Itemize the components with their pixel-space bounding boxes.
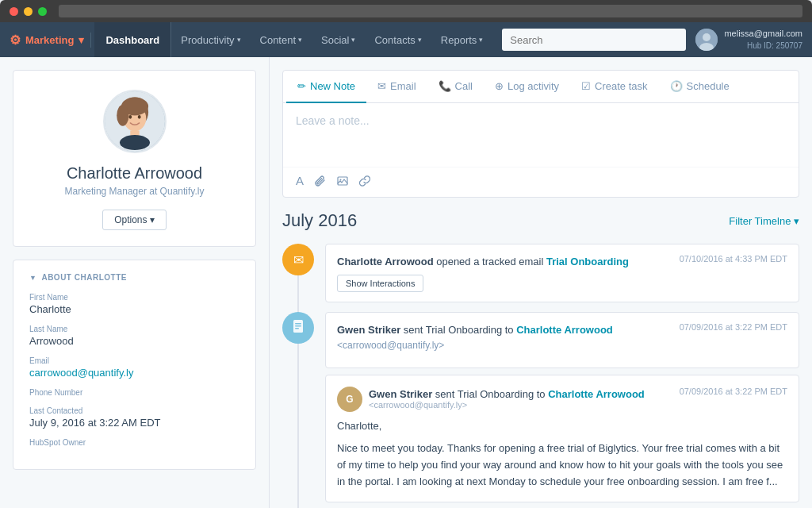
- field-last-name: Last Name Arrowood: [29, 325, 239, 347]
- svg-rect-17: [295, 328, 299, 329]
- content-caret: ▾: [298, 36, 302, 44]
- sender-name-line: Gwen Striker sent Trial Onboarding to Ch…: [369, 388, 645, 400]
- timeline-timestamp-1: 07/10/2016 at 4:33 PM EDT: [680, 254, 787, 264]
- options-button[interactable]: Options ▾: [102, 210, 167, 230]
- minimize-btn[interactable]: [24, 7, 33, 16]
- email-icon: ✉: [377, 80, 386, 92]
- timeline-entry-text-1: Charlotte Arrowood opened a tracked emai…: [337, 254, 629, 270]
- contacts-caret: ▾: [418, 36, 422, 44]
- timeline-action-2: sent Trial Onboarding to: [404, 324, 516, 336]
- nav-dashboard[interactable]: Dashboard: [94, 22, 171, 57]
- sender-info: G Gwen Striker sent Trial Onboarding to …: [337, 387, 645, 412]
- tab-new-note[interactable]: ✏ New Note: [286, 71, 366, 103]
- timeline-header: July 2016 Filter Timelne ▾: [282, 210, 799, 231]
- hubspot-owner-label: HubSpot Owner: [29, 438, 239, 447]
- user-info: melissa@gmail.com Hub ID: 250707: [724, 28, 802, 51]
- activity-card: ✏ New Note ✉ Email 📞 Call ⊕ Log activity…: [282, 70, 799, 198]
- right-panel: ✏ New Note ✉ Email 📞 Call ⊕ Log activity…: [270, 57, 812, 508]
- svg-point-9: [137, 115, 140, 119]
- activity-tabs: ✏ New Note ✉ Email 📞 Call ⊕ Log activity…: [283, 71, 799, 103]
- contact-avatar-img: [105, 91, 165, 152]
- svg-rect-16: [295, 325, 301, 327]
- reports-caret: ▾: [479, 36, 483, 44]
- email-body-text: Charlotte, Nice to meet you today. Thank…: [337, 418, 787, 491]
- email-envelope-icon: ✉: [293, 252, 304, 267]
- about-header: ▼ ABOUT CHARLOTTE: [29, 273, 239, 282]
- nav-item-reports[interactable]: Reports ▾: [431, 22, 493, 57]
- email-body-content: Nice to meet you today. Thanks for openi…: [337, 442, 783, 487]
- email-sender-row: G Gwen Striker sent Trial Onboarding to …: [337, 387, 787, 412]
- window-chrome: [0, 0, 812, 22]
- clock-icon: 🕐: [670, 80, 683, 92]
- svg-point-8: [128, 115, 132, 119]
- task-icon: ☑: [581, 80, 591, 92]
- sender-link-name[interactable]: Charlotte Arrowood: [548, 388, 645, 400]
- link-icon[interactable]: [359, 175, 370, 187]
- nav-item-content[interactable]: Content ▾: [251, 22, 312, 57]
- email-label: Email: [29, 356, 239, 365]
- email-timestamp: 07/09/2016 at 3:22 PM EDT: [680, 387, 787, 412]
- timeline-email-icon: ✉: [282, 244, 314, 275]
- format-text-icon[interactable]: A: [296, 174, 304, 187]
- timeline-item-2-content: Gwen Striker sent Trial Onboarding to Ch…: [325, 312, 799, 509]
- last-contacted-value: July 9, 2016 at 3:22 AM EDT: [29, 417, 239, 429]
- nav-item-social[interactable]: Social ▾: [312, 22, 365, 57]
- first-name-value: Charlotte: [29, 303, 239, 315]
- nav-item-contacts[interactable]: Contacts ▾: [365, 22, 431, 57]
- tab-call[interactable]: 📞 Call: [427, 71, 484, 103]
- search-input[interactable]: [502, 29, 686, 51]
- attach-icon[interactable]: [315, 175, 326, 187]
- tab-schedule[interactable]: 🕐 Schedule: [659, 71, 741, 103]
- about-title: ABOUT CHARLOTTE: [41, 273, 127, 282]
- sender-bold-name: Gwen Striker: [369, 388, 432, 400]
- phone-icon: 📞: [439, 80, 451, 92]
- timeline-sub-2: <carrowood@quantify.ly>: [337, 340, 444, 351]
- svg-point-11: [120, 135, 150, 150]
- svg-point-7: [117, 105, 128, 126]
- field-phone: Phone Number: [29, 388, 239, 397]
- user-menu[interactable]: melissa@gmail.com Hub ID: 250707: [695, 28, 802, 51]
- tab-log-activity[interactable]: ⊕ Log activity: [484, 71, 570, 103]
- last-name-value: Arrowood: [29, 335, 239, 347]
- tab-create-task[interactable]: ☑ Create task: [570, 71, 658, 103]
- hubspot-icon: ⚙: [10, 33, 21, 48]
- sender-name-block: Gwen Striker sent Trial Onboarding to Ch…: [369, 388, 645, 410]
- timeline-link-2[interactable]: Charlotte Arrowood: [516, 324, 613, 336]
- last-contacted-label: Last Contacted: [29, 406, 239, 415]
- timeline-link-1[interactable]: Trial Onboarding: [546, 256, 629, 267]
- phone-label: Phone Number: [29, 388, 239, 397]
- close-btn[interactable]: [10, 7, 18, 16]
- about-caret-icon: ▼: [29, 274, 36, 282]
- last-name-label: Last Name: [29, 325, 239, 333]
- maximize-btn[interactable]: [38, 7, 47, 16]
- field-last-contacted: Last Contacted July 9, 2016 at 3:22 AM E…: [29, 406, 239, 429]
- image-icon[interactable]: [337, 175, 348, 187]
- timeline-timestamp-2: 07/09/2016 at 3:22 PM EDT: [680, 322, 787, 332]
- contact-avatar: [103, 90, 167, 153]
- timeline-action-1: opened a tracked email: [436, 256, 546, 267]
- email-salutation: Charlotte,: [337, 418, 787, 435]
- nav-brand[interactable]: ⚙ Marketing ▾: [10, 33, 91, 48]
- about-section: ▼ ABOUT CHARLOTTE First Name Charlotte L…: [13, 260, 256, 470]
- nav-brand-label: Marketing: [25, 34, 74, 46]
- note-toolbar: A: [283, 167, 799, 197]
- timeline-item-1: ✉ Charlotte Arrowood opened a tracked em…: [282, 244, 799, 312]
- nav-item-productivity[interactable]: Productivity ▾: [171, 22, 250, 57]
- note-area[interactable]: Leave a note...: [283, 103, 799, 167]
- timeline-doc-icon: [282, 312, 314, 344]
- timeline-actor-1: Charlotte Arrowood: [337, 256, 434, 267]
- user-email: melissa@gmail.com: [724, 28, 802, 40]
- timeline-actor-2: Gwen Striker: [337, 324, 400, 336]
- filter-timeline-button[interactable]: Filter Timelne ▾: [729, 215, 799, 227]
- productivity-caret: ▾: [237, 36, 241, 44]
- sender-email-sub: <carrowood@quantify.ly>: [369, 400, 645, 410]
- tab-email[interactable]: ✉ Email: [366, 71, 427, 103]
- search-container: [502, 29, 686, 51]
- email-value[interactable]: carrowood@quantify.ly: [29, 367, 239, 379]
- show-interactions-button[interactable]: Show Interactions: [337, 275, 423, 292]
- timeline-entry-row-2: Gwen Striker sent Trial Onboarding to Ch…: [337, 322, 787, 353]
- note-placeholder: Leave a note...: [296, 114, 370, 127]
- field-email: Email carrowood@quantify.ly: [29, 356, 239, 379]
- svg-rect-15: [295, 323, 301, 325]
- timeline-item-2: Gwen Striker sent Trial Onboarding to Ch…: [282, 312, 799, 509]
